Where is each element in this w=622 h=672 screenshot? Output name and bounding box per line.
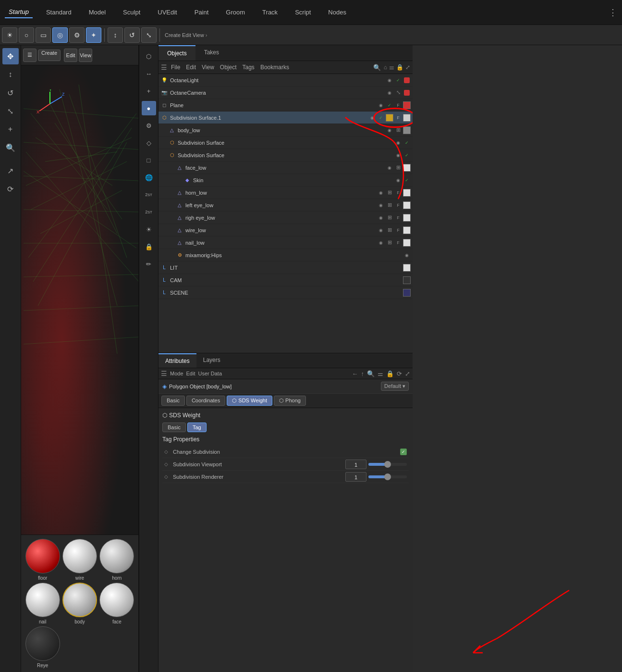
left-tool-scale[interactable]: ⤡	[2, 103, 19, 119]
obj-item-wire-low[interactable]: △ wire_low ◉ ⊞ F	[159, 224, 413, 236]
toolbar-circle-btn[interactable]: ◎	[52, 27, 68, 43]
mat-swatch-face[interactable]: face	[99, 583, 134, 624]
flag-grid-face[interactable]: ⊞	[394, 164, 402, 172]
sds-subtab-basic[interactable]: Basic	[162, 423, 186, 432]
left-tool-move[interactable]: ✥	[2, 48, 19, 64]
attr-edit-btn[interactable]: Edit	[186, 371, 195, 376]
menu-nodes[interactable]: Nodes	[324, 7, 350, 18]
menu-sculpt[interactable]: Sculpt	[119, 7, 144, 18]
toolbar-star-btn[interactable]: ✦	[86, 27, 101, 43]
menu-model[interactable]: Model	[85, 7, 110, 18]
flag-eye-nail[interactable]: ◉	[377, 239, 385, 247]
flag-check-subdiv-b[interactable]: ✓	[403, 151, 411, 159]
attr-filter-icon[interactable]: ⚌	[378, 370, 383, 377]
mat-swatch-horn[interactable]: horn	[99, 539, 134, 581]
attr-subdiv-viewport-slider[interactable]	[368, 463, 407, 466]
obj-item-reye-low[interactable]: △ righ eye_low ◉ ⊞ F	[159, 212, 413, 224]
obj-tags-menu[interactable]: Tags	[241, 63, 256, 72]
rv-tool-gear[interactable]: ⚙	[142, 118, 156, 133]
attr-up-icon[interactable]: ↑	[361, 370, 365, 377]
mat-swatch-floor[interactable]: floor	[25, 539, 60, 581]
attr-subtab-basic[interactable]: Basic	[161, 396, 185, 406]
attr-subtab-phong[interactable]: ⬡ Phong	[274, 396, 306, 406]
attr-lock2-icon[interactable]: 🔒	[386, 370, 394, 377]
toolbar-sphere-btn[interactable]: ○	[19, 27, 34, 43]
flag-check-octanelight[interactable]: ✓	[394, 76, 402, 84]
attr-subdiv-renderer-value[interactable]: 1	[345, 472, 366, 482]
rv-tool-2[interactable]: 2ST	[142, 187, 156, 202]
rv-tool-cube[interactable]: ⬡	[142, 49, 156, 63]
obj-item-octanelight[interactable]: 💡 OctaneLight ◉ ✓	[159, 74, 413, 87]
rv-tool-move[interactable]: ↔	[142, 66, 156, 81]
rv-tool-lock[interactable]: 🔒	[142, 239, 156, 254]
flag-check-subdiv1[interactable]: ✓	[377, 114, 385, 122]
rv-tool-2b[interactable]: 2ST	[142, 205, 156, 219]
obj-item-horn-low[interactable]: △ horn_low ◉ ⊞ F	[159, 187, 413, 199]
menu-more-icon[interactable]: ⋮	[609, 7, 617, 18]
flag-grid-horn[interactable]: ⊞	[386, 189, 393, 197]
tab-attributes[interactable]: Attributes	[159, 353, 196, 368]
flag-check-skin[interactable]: ✓	[403, 176, 411, 184]
attr-change-subdiv-checkbox[interactable]: ✓	[400, 448, 407, 455]
obj-bookmarks-menu[interactable]: Bookmarks	[258, 63, 291, 72]
rv-tool-pencil[interactable]: ✏	[142, 257, 156, 271]
tab-layers[interactable]: Layers	[196, 353, 227, 368]
attr-subtab-coords[interactable]: Coordinates	[186, 396, 225, 406]
flag-eye-subdiv1[interactable]: ◉	[368, 114, 376, 122]
obj-item-nail-low[interactable]: △ nail_low ◉ ⊞ F	[159, 236, 413, 249]
attr-subdiv-viewport-value[interactable]: 1	[345, 460, 366, 469]
rv-tool-circle[interactable]: ●	[142, 101, 156, 115]
flag-check-plane[interactable]: ✓	[386, 101, 393, 109]
left-tool-eyedrop[interactable]: 🔍	[2, 139, 19, 156]
flag-f-reye[interactable]: F	[394, 214, 402, 222]
flag-eye-horn[interactable]: ◉	[377, 189, 385, 197]
rv-tool-box[interactable]: □	[142, 153, 156, 167]
obj-item-cam[interactable]: L CAM	[159, 274, 413, 286]
obj-item-subdiv-a[interactable]: ⬡ Subdivision Surface ◉ ✓	[159, 137, 413, 149]
attr-subdiv-renderer-slider[interactable]	[368, 475, 407, 478]
flag-f-leye[interactable]: F	[394, 201, 402, 209]
left-tool-rotate[interactable]: ↺	[2, 85, 19, 101]
flag-eye-reye[interactable]: ◉	[377, 214, 385, 222]
flag-grid-wire[interactable]: ⊞	[386, 226, 393, 234]
menu-standard[interactable]: Standard	[42, 7, 75, 18]
flag-grid-leye[interactable]: ⊞	[386, 201, 393, 209]
left-tool-add[interactable]: +	[2, 121, 19, 137]
menu-startup[interactable]: Startup	[5, 6, 33, 18]
flag-f-horn[interactable]: F	[394, 189, 402, 197]
attr-back-icon[interactable]: ←	[352, 370, 358, 377]
menu-uvedit[interactable]: UVEdit	[154, 7, 181, 18]
obj-item-face-low[interactable]: △ face_low ◉ ⊞	[159, 162, 413, 174]
obj-file-menu[interactable]: File	[169, 63, 182, 72]
3d-viewport[interactable]: Z Y X floor wire horn	[21, 65, 138, 672]
mat-swatch-reye[interactable]: Reye	[25, 626, 60, 668]
flag-eye-subdiv-b[interactable]: ◉	[394, 151, 402, 159]
obj-item-hips[interactable]: ⚙ mixamorig:Hips ◉	[159, 249, 413, 261]
obj-item-subdiv-b[interactable]: ⬡ Subdivision Surface ◉ ✓	[159, 149, 413, 162]
sds-subtab-tag[interactable]: Tag	[187, 423, 207, 432]
obj-item-leye-low[interactable]: △ left eye_low ◉ ⊞ F	[159, 199, 413, 212]
attr-search-icon[interactable]: 🔍	[367, 370, 375, 377]
obj-object-menu[interactable]: Object	[218, 63, 239, 72]
attr-userdata-btn[interactable]: User Data	[198, 371, 222, 376]
flag-eye-leye[interactable]: ◉	[377, 201, 385, 209]
flag-eye-wire[interactable]: ◉	[377, 226, 385, 234]
menu-track[interactable]: Track	[258, 7, 281, 18]
obj-home-icon[interactable]: ⌂	[384, 64, 387, 71]
attr-default-dropdown[interactable]: Default ▾	[381, 382, 409, 391]
mat-view-btn[interactable]: View	[79, 49, 92, 62]
attr-mode-btn[interactable]: Mode	[170, 371, 183, 376]
obj-item-scene[interactable]: L SCENE	[159, 286, 413, 299]
obj-item-skin[interactable]: ◆ Skin ◉ ✓	[159, 174, 413, 187]
toolbar-sun-btn[interactable]: ☀	[2, 27, 17, 43]
menu-script[interactable]: Script	[291, 7, 315, 18]
toolbar-rect-btn[interactable]: ▭	[36, 27, 51, 43]
rv-tool-world[interactable]: 🌐	[142, 170, 156, 185]
obj-item-lit[interactable]: L LIT	[159, 261, 413, 274]
toolbar-rotate-btn[interactable]: ↺	[124, 27, 140, 43]
attr-expand2-icon[interactable]: ⤢	[405, 370, 410, 377]
tab-objects[interactable]: Objects	[159, 45, 195, 61]
obj-view-menu[interactable]: View	[200, 63, 216, 72]
menu-paint[interactable]: Paint	[191, 7, 213, 18]
left-tool-transform[interactable]: ↕	[2, 66, 19, 83]
